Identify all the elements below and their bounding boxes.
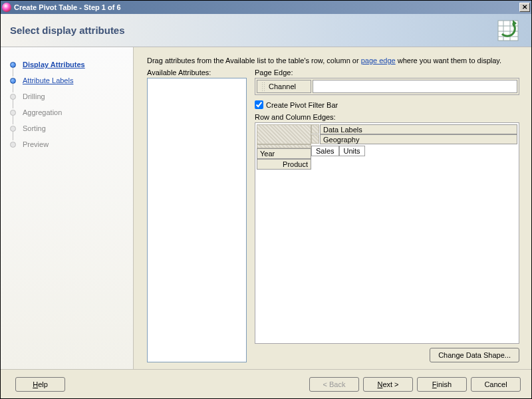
column-edge-item-datalabels[interactable]: Data Labels [320, 124, 517, 134]
page-edge-blank[interactable] [313, 80, 517, 93]
back-button: < Back [309, 377, 359, 392]
app-icon [2, 3, 11, 12]
page-edge-item-label: Channel [269, 82, 296, 90]
wizard-window: Create Pivot Table - Step 1 of 6 ✕ Selec… [0, 0, 532, 399]
step-dot-icon [10, 78, 16, 84]
pivot-layout-grid[interactable]: Data Labels Geography Year Produc [255, 122, 519, 344]
step-dot-icon [10, 126, 16, 132]
body: Display AttributesAttribute LabelsDrilli… [1, 47, 531, 369]
create-filter-bar-checkbox[interactable] [255, 100, 263, 109]
step-dot-icon [10, 110, 16, 116]
column-edge-item-geography[interactable]: Geography [320, 134, 517, 144]
row-col-edges-label: Row and Column Edges: [255, 113, 519, 121]
filter-bar-row: Create Pivot Filter Bar [255, 100, 519, 109]
page-edge-item-channel[interactable]: Channel [257, 80, 311, 93]
instruction-pre: Drag attributes from the Available list … [147, 57, 361, 65]
step-display-attributes[interactable]: Display Attributes [6, 57, 133, 72]
instruction-text: Drag attributes from the Available list … [147, 57, 519, 65]
change-data-shape-button[interactable]: Change Data Shape... [430, 348, 519, 362]
finish-button[interactable]: Finish [417, 377, 467, 392]
data-tabs: Sales Units [311, 146, 365, 156]
next-button[interactable]: Next > [363, 377, 413, 392]
main-panel: Drag attributes from the Available list … [134, 47, 531, 369]
window-title: Create Pivot Table - Step 1 of 6 [14, 3, 519, 11]
step-label: Attribute Labels [23, 76, 73, 84]
footer: Help < Back Next > Finish Cancel [1, 369, 531, 398]
page-edge-label: Page Edge: [255, 68, 519, 76]
step-label: Aggregation [23, 108, 62, 116]
page-edge-dropzone[interactable]: Channel [255, 78, 519, 95]
available-label: Available Attributes: [147, 68, 247, 76]
page-title: Select display attributes [10, 25, 125, 36]
page-edge-link[interactable]: page edge [361, 57, 396, 65]
step-dot-icon [10, 94, 16, 100]
columns: Available Attributes: Page Edge: Channel [147, 68, 519, 362]
header: Select display attributes [1, 14, 531, 47]
available-column: Available Attributes: [147, 68, 247, 362]
step-dot-icon [10, 62, 16, 68]
data-tab-units[interactable]: Units [339, 146, 365, 156]
step-dot-icon [10, 142, 16, 148]
step-preview: Preview [6, 136, 133, 152]
step-attribute-labels[interactable]: Attribute Labels [6, 72, 133, 88]
available-listbox[interactable] [147, 78, 247, 362]
pivot-table-icon [495, 18, 522, 43]
instruction-post: where you want them to display. [396, 57, 501, 65]
column-edge-area[interactable]: Data Labels Geography [311, 124, 517, 144]
row-edge-area[interactable]: Year Product [257, 144, 311, 170]
step-sidebar: Display AttributesAttribute LabelsDrilli… [1, 47, 134, 369]
close-icon[interactable]: ✕ [519, 3, 530, 12]
column-edge-stripe [311, 124, 319, 134]
step-aggregation: Aggregation [6, 104, 133, 120]
step-label: Sorting [23, 124, 46, 132]
step-label: Preview [23, 140, 49, 148]
cancel-button[interactable]: Cancel [471, 377, 521, 392]
step-sorting: Sorting [6, 120, 133, 136]
column-edge-stripe [311, 134, 319, 144]
pivot-corner [257, 124, 311, 144]
step-label: Drilling [23, 92, 45, 100]
step-label: Display Attributes [23, 61, 85, 68]
row-edge-item-year[interactable]: Year [257, 148, 311, 159]
data-tab-sales[interactable]: Sales [311, 146, 339, 156]
row-edge-item-product[interactable]: Product [257, 159, 311, 170]
drag-handle-icon [261, 82, 266, 91]
config-column: Page Edge: Channel Create Pivot Filter B… [255, 68, 519, 362]
step-drilling: Drilling [6, 88, 133, 104]
create-filter-bar-label[interactable]: Create Pivot Filter Bar [266, 101, 338, 109]
help-button[interactable]: Help [15, 377, 65, 392]
titlebar[interactable]: Create Pivot Table - Step 1 of 6 ✕ [1, 1, 531, 14]
